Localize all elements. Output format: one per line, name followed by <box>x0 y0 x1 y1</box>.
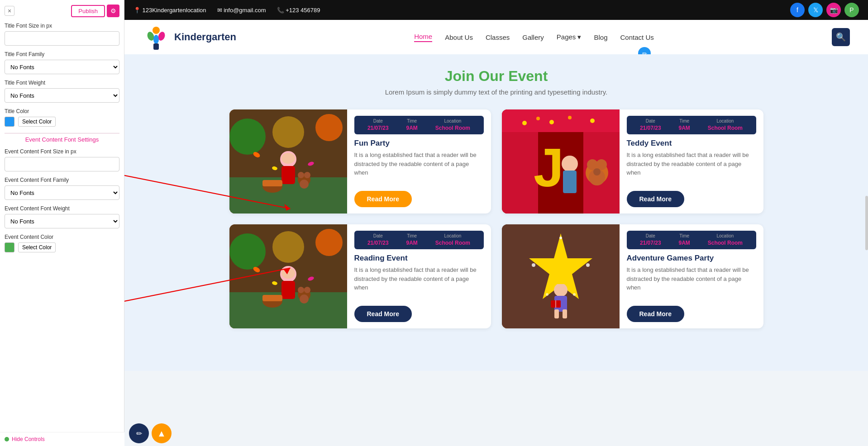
img-teddy-svg: J <box>502 109 620 214</box>
navbar: Kindergarten Home About Us Classes Galle… <box>124 20 868 54</box>
events-section: Join Our Event Lorem Ipsum is simply dum… <box>124 54 868 371</box>
svg-point-53 <box>304 287 310 293</box>
event-info-fun-party: Date 21/07/23 Time 9AM Location School R… <box>347 109 491 214</box>
svg-rect-56 <box>262 295 282 301</box>
email-text: ✉ info@gmail.com <box>217 7 266 14</box>
nav-classes[interactable]: Classes <box>486 33 510 41</box>
event-meta-teddy: Date 21/07/23 Time 9AM Location School R… <box>627 116 756 134</box>
svg-point-9 <box>272 116 304 148</box>
logo-area: Kindergarten <box>143 24 236 51</box>
phone-text: 📞 +123 456789 <box>277 7 320 14</box>
title-font-size-input[interactable] <box>5 31 119 46</box>
event-name-adventure: Adventure Games Party <box>627 254 756 263</box>
search-button[interactable]: 🔍 <box>832 28 850 46</box>
event-name-fun-party: Fun Party <box>354 139 484 148</box>
read-more-reading[interactable]: Read More <box>354 306 412 322</box>
event-content-select-color-button[interactable]: Select Color <box>18 242 56 252</box>
svg-point-15 <box>281 153 295 164</box>
read-more-teddy[interactable]: Read More <box>627 191 685 207</box>
event-img-teddy: J <box>502 109 620 214</box>
logo-text: Kindergarten <box>174 31 236 43</box>
svg-point-52 <box>298 287 304 293</box>
scrollbar[interactable] <box>865 196 868 250</box>
svg-point-32 <box>590 119 595 123</box>
svg-rect-25 <box>502 109 620 132</box>
svg-rect-49 <box>281 281 295 299</box>
top-bar: 📍 123Kindergartenlocation ✉ info@gmail.c… <box>124 0 868 20</box>
title-select-color-button[interactable]: Select Color <box>18 117 56 127</box>
event-content-font-size-input[interactable] <box>5 157 119 171</box>
title-font-weight-label: Title Font Weight <box>5 80 119 86</box>
event-card-fun-party: Date 21/07/23 Time 9AM Location School R… <box>229 109 491 214</box>
svg-point-62 <box>559 237 562 239</box>
nav-about[interactable]: About Us <box>445 33 473 41</box>
nav-pages[interactable]: Pages ▾ <box>557 33 582 41</box>
meta-date-reading: Date 21/07/23 <box>367 233 389 247</box>
svg-point-17 <box>298 172 304 178</box>
events-grid: Date 21/07/23 Time 9AM Location School R… <box>229 109 763 328</box>
svg-point-18 <box>304 172 310 178</box>
title-font-family-label: Title Font Family <box>5 51 119 57</box>
event-content-font-weight-select[interactable]: No Fonts <box>5 214 119 228</box>
panel-top-bar: × Publish ⚙ <box>5 5 119 17</box>
event-content-font-family-label: Event Content Font Family <box>5 177 119 183</box>
event-name-teddy: Teddy Event <box>627 139 756 148</box>
event-desc-fun-party: It is a long established fact that a rea… <box>354 151 484 185</box>
svg-point-54 <box>300 294 309 304</box>
section-divider <box>5 133 119 133</box>
nav-home[interactable]: Home <box>414 33 432 42</box>
meta-date-teddy: Date 21/07/23 <box>640 119 661 132</box>
publish-button[interactable]: Publish <box>71 5 105 17</box>
read-more-fun-party[interactable]: Read More <box>354 191 412 207</box>
events-title: Join Our Event <box>143 68 850 85</box>
event-card-reading-event: Date 21/07/23 Time 9AM Location School R… <box>229 224 491 328</box>
svg-point-50 <box>281 268 295 279</box>
event-card-adventure: Date 21/07/23 Time 9AM Location School R… <box>502 224 763 328</box>
event-meta-reading: Date 21/07/23 Time 9AM Location School R… <box>354 231 484 249</box>
meta-location-teddy: Location School Room <box>708 119 743 132</box>
title-font-weight-select[interactable]: No Fonts <box>5 88 119 103</box>
left-panel: × Publish ⚙ Title Font Size in px Title … <box>0 0 124 371</box>
nav-blog[interactable]: Blog <box>594 33 607 41</box>
meta-location: Location School Room <box>435 119 470 132</box>
events-subtitle: Lorem Ipsum is simply dummy text of the … <box>143 88 850 96</box>
svg-point-7 <box>229 119 266 155</box>
instagram-icon[interactable]: 📷 <box>826 3 841 17</box>
read-more-adventure[interactable]: Read More <box>627 306 685 322</box>
event-content-color-label: Event Content Color <box>5 234 119 240</box>
event-img-reading <box>229 224 347 328</box>
event-info-reading: Date 21/07/23 Time 9AM Location School R… <box>347 224 491 328</box>
svg-point-60 <box>532 263 535 267</box>
close-button[interactable]: × <box>5 6 14 16</box>
event-desc-teddy: It is a long established fact that a rea… <box>627 151 756 185</box>
event-content-color-row: Select Color <box>5 242 119 252</box>
meta-time-reading: Time 9AM <box>406 233 418 247</box>
pinterest-icon[interactable]: P <box>844 3 859 17</box>
event-name-reading: Reading Event <box>354 254 484 263</box>
svg-point-43 <box>315 229 343 256</box>
svg-point-30 <box>549 120 554 124</box>
svg-point-61 <box>586 263 590 267</box>
svg-point-8 <box>315 114 343 141</box>
twitter-icon[interactable]: 𝕏 <box>808 3 823 17</box>
event-content-font-family-select[interactable]: No Fonts <box>5 185 119 200</box>
facebook-icon[interactable]: f <box>790 3 805 17</box>
location-text: 📍 123Kindergartenlocation <box>134 7 206 14</box>
title-font-size-label: Title Font Size in px <box>5 23 119 29</box>
svg-point-38 <box>562 156 578 172</box>
svg-rect-68 <box>563 309 567 318</box>
event-info-adventure: Date 21/07/23 Time 9AM Location School R… <box>620 224 763 328</box>
title-color-label: Title Color <box>5 108 119 114</box>
gear-button[interactable]: ⚙ <box>107 5 119 17</box>
event-meta-fun-party: Date 21/07/23 Time 9AM Location School R… <box>354 116 484 134</box>
top-bar-left: 📍 123Kindergartenlocation ✉ info@gmail.c… <box>134 7 320 14</box>
event-card-teddy-event: J <box>502 109 763 214</box>
nav-contact[interactable]: Contact Us <box>620 33 654 41</box>
social-icons: f 𝕏 📷 P <box>790 3 859 17</box>
event-content-font-size-label: Event Content Font Size in px <box>5 148 119 155</box>
title-font-family-select[interactable]: No Fonts <box>5 60 119 74</box>
meta-time-teddy: Time 9AM <box>679 119 690 132</box>
event-desc-adventure: It is a long established fact that a rea… <box>627 266 756 300</box>
nav-gallery[interactable]: Gallery <box>522 33 544 41</box>
main-content: 📍 123Kindergartenlocation ✉ info@gmail.c… <box>124 0 868 371</box>
